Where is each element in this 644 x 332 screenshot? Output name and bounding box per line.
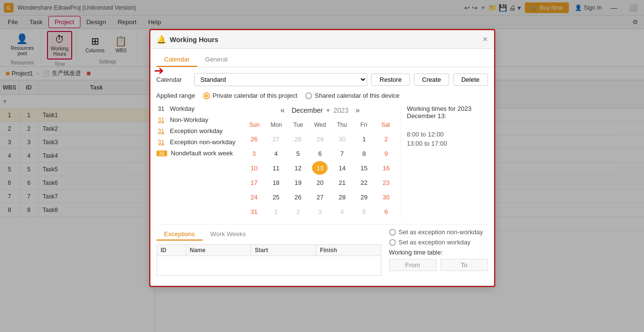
working-times-title: Working times for 2023December 13: [407, 105, 488, 120]
cal-day[interactable]: 25 [268, 190, 284, 204]
cal-day[interactable]: 27 [268, 132, 284, 146]
create-button[interactable]: Create [414, 74, 449, 86]
legend-num-exc-workday: 31 [157, 128, 166, 135]
from-to-group: From To [389, 259, 488, 271]
cal-day[interactable]: 20 [312, 176, 328, 189]
legend-nonworkday: 31 Non-Workday [157, 116, 238, 123]
calendar-nav: « December ▾ 2023 » [244, 105, 397, 116]
cal-year: 2023 [333, 106, 348, 114]
cal-day[interactable]: 3 [312, 205, 328, 218]
dialog-tab-general[interactable]: General [197, 53, 235, 67]
cal-day[interactable]: 30 [334, 132, 350, 146]
working-time-table-label: Working time table: [389, 249, 488, 256]
exc-tab-workweeks[interactable]: Work Weeks [203, 228, 253, 241]
working-time-1: 8:00 to 12:00 [407, 131, 488, 138]
calendar-legend: 31 Workday 31 Non-Workday 31 Exception w… [157, 105, 244, 218]
exceptions-table: ID Name Start Finish [157, 244, 381, 276]
cal-day[interactable]: 6 [312, 147, 328, 160]
cal-day[interactable]: 31 [246, 205, 262, 218]
calendar-main: 31 Workday 31 Non-Workday 31 Exception w… [157, 105, 488, 218]
exceptions-section: Exceptions Work Weeks ID Name Start Fini… [157, 224, 488, 280]
applied-range: Applied range Private calendar of this p… [157, 92, 488, 99]
calendar-days-header: Sun Mon Tue Wed Thu Fri Sat [244, 120, 397, 130]
exc-th-start: Start [251, 245, 316, 256]
cal-day[interactable]: 5 [356, 205, 372, 218]
exc-radio-nonworkday[interactable]: Set as exception non-workday [389, 228, 488, 236]
dialog-body: Calendar Standard Restore Create Delete … [151, 67, 494, 286]
cal-day[interactable]: 14 [334, 161, 350, 175]
dialog-title-text: Working Hours [170, 36, 479, 44]
day-header-tue: Tue [287, 120, 309, 130]
pointer-arrow: ➔ [154, 64, 164, 77]
cal-day[interactable]: 12 [290, 161, 306, 175]
cal-day[interactable]: 19 [290, 176, 306, 189]
cal-day[interactable]: 6 [378, 205, 394, 218]
exc-th-name: Name [186, 245, 251, 256]
cal-day[interactable]: 11 [268, 161, 284, 175]
cal-day[interactable]: 22 [356, 176, 372, 189]
cal-day[interactable]: 16 [378, 161, 394, 175]
day-header-sun: Sun [244, 120, 266, 130]
cal-day[interactable]: 8 [356, 147, 372, 160]
cal-day[interactable]: 3 [246, 147, 262, 160]
radio-private[interactable]: Private calendar of this project [203, 92, 298, 99]
delete-button[interactable]: Delete [453, 74, 488, 86]
legend-label-exc-nonworkday: Exception non-workday [170, 138, 236, 146]
day-header-wed: Wed [309, 120, 331, 130]
cal-day[interactable]: 28 [334, 190, 350, 204]
cal-day[interactable]: 1 [268, 205, 284, 218]
cal-day[interactable]: 2 [378, 132, 394, 146]
cal-day[interactable]: 17 [246, 176, 262, 189]
dialog-wrapper: 🔔 Working Hours × Calendar General Calen… [149, 29, 495, 287]
cal-day[interactable]: 24 [246, 190, 262, 204]
cal-day[interactable]: 5 [290, 147, 306, 160]
legend-num-nonworkday: 31 [157, 117, 166, 123]
day-header-fri: Fri [353, 120, 375, 130]
from-button[interactable]: From [389, 259, 437, 271]
exc-th-finish: Finish [316, 245, 380, 256]
cal-day[interactable]: 27 [312, 190, 328, 204]
exc-th-id: ID [157, 245, 186, 256]
calendar-select[interactable]: Standard [194, 73, 368, 86]
dialog-title-bar: 🔔 Working Hours × [151, 30, 494, 49]
cal-next-btn[interactable]: » [352, 105, 362, 116]
cal-day[interactable]: 4 [334, 205, 350, 218]
cal-day[interactable]: 18 [268, 176, 284, 189]
dialog-tabs: Calendar General [151, 49, 494, 67]
to-button[interactable]: To [440, 259, 488, 271]
cal-day[interactable]: 9 [378, 147, 394, 160]
legend-exc-workday: 31 Exception workday [157, 127, 238, 135]
legend-label-nonworkday: Non-Workday [170, 116, 208, 123]
dialog-overlay: 🔔 Working Hours × Calendar General Calen… [0, 0, 644, 332]
cal-day-today[interactable]: 13 [312, 161, 328, 175]
cal-day[interactable]: 15 [356, 161, 372, 175]
legend-exc-nonworkday: 31 Exception non-workday [157, 138, 238, 146]
cal-day[interactable]: 29 [312, 132, 328, 146]
cal-day[interactable]: 7 [334, 147, 350, 160]
cal-day[interactable]: 29 [356, 190, 372, 204]
cal-day[interactable]: 2 [290, 205, 306, 218]
radio-shared[interactable]: Shared calendar of this device [305, 92, 400, 99]
cal-day[interactable]: 28 [290, 132, 306, 146]
legend-num-nondefault: 31 [157, 151, 167, 156]
cal-day[interactable]: 30 [378, 190, 394, 204]
day-header-thu: Thu [331, 120, 353, 130]
dialog-close-button[interactable]: × [483, 34, 488, 45]
working-times-panel: Working times for 2023December 13: 8:00 … [401, 105, 488, 218]
cal-day[interactable]: 1 [356, 132, 372, 146]
cal-day[interactable]: 10 [246, 161, 262, 175]
dialog-title-icon: 🔔 [157, 35, 166, 44]
cal-day[interactable]: 26 [246, 132, 262, 146]
cal-day[interactable]: 4 [268, 147, 284, 160]
exc-radio-circle-1 [389, 229, 396, 236]
exc-tab-exceptions[interactable]: Exceptions [157, 228, 203, 241]
legend-label-workday: Workday [170, 105, 195, 112]
restore-button[interactable]: Restore [371, 74, 410, 86]
cal-day[interactable]: 23 [378, 176, 394, 189]
exceptions-right-panel: Set as exception non-workday Set as exce… [381, 228, 488, 280]
exc-radio-workday[interactable]: Set as exception workday [389, 239, 488, 246]
cal-dropdown-icon[interactable]: ▾ [327, 107, 330, 114]
cal-day[interactable]: 21 [334, 176, 350, 189]
cal-day[interactable]: 26 [290, 190, 306, 204]
cal-prev-btn[interactable]: « [278, 105, 288, 116]
